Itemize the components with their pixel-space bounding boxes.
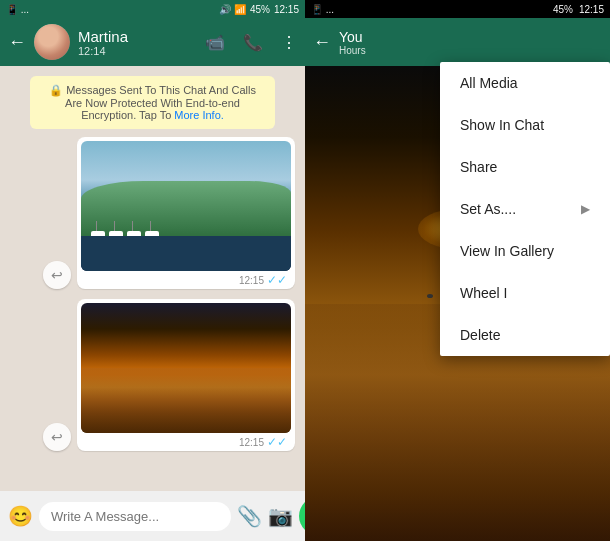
right-panel: 📱 ... 45% 12:15 ← You Hours All Media Sh…	[305, 0, 610, 541]
menu-item-delete[interactable]: Delete	[440, 314, 610, 356]
tick-icon-2: ✓✓	[267, 435, 287, 449]
right-status-left: 📱 ...	[311, 4, 334, 15]
tick-icon-1: ✓✓	[267, 273, 287, 287]
contact-name: Martina	[78, 28, 197, 45]
menu-item-view-in-gallery[interactable]: View In Gallery	[440, 230, 610, 272]
right-contact-name: You	[339, 29, 602, 45]
left-panel: 📱 ... 🔊 📶 45% 12:15 ← Martina 12:14 📹 📞 …	[0, 0, 305, 541]
menu-item-all-media[interactable]: All Media	[440, 62, 610, 104]
encryption-notice: 🔒 Messages Sent To This Chat And Calls A…	[30, 76, 275, 129]
menu-label-view-in-gallery: View In Gallery	[460, 243, 554, 259]
message-input[interactable]	[39, 502, 231, 531]
attachment-button[interactable]: 📎	[237, 504, 262, 528]
voice-call-button[interactable]: 📞	[243, 33, 263, 52]
chevron-right-icon: ▶	[581, 202, 590, 216]
emoji-button[interactable]: 😊	[8, 504, 33, 528]
message-bubble-2: 12:15 ✓✓	[77, 299, 295, 451]
right-status-bar: 📱 ... 45% 12:15	[305, 0, 610, 18]
message-time-2: 12:15 ✓✓	[81, 433, 291, 449]
context-menu: All Media Show In Chat Share Set As.... …	[440, 62, 610, 356]
left-status-bar: 📱 ... 🔊 📶 45% 12:15	[0, 0, 305, 18]
boat-4	[145, 231, 159, 239]
boat-3	[127, 231, 141, 239]
chat-header: ← Martina 12:14 📹 📞 ⋮	[0, 18, 305, 66]
message-bubble-1: 12:15 ✓✓	[77, 137, 295, 289]
avatar[interactable]	[34, 24, 70, 60]
battery-level: 45%	[250, 4, 270, 15]
menu-label-share: Share	[460, 159, 497, 175]
message-1-wrap: ↩ 12:15 ✓✓	[10, 137, 295, 289]
contact-info: Martina 12:14	[78, 28, 197, 57]
encryption-text: Messages Sent To This Chat And Calls Are…	[65, 84, 256, 121]
menu-item-show-in-chat[interactable]: Show In Chat	[440, 104, 610, 146]
header-icons: 📹 📞 ⋮	[205, 33, 297, 52]
contact-status: 12:14	[78, 45, 197, 57]
menu-label-all-media: All Media	[460, 75, 518, 91]
menu-item-wheel[interactable]: Wheel I	[440, 272, 610, 314]
menu-label-set-as: Set As....	[460, 201, 516, 217]
harbor-image	[81, 141, 291, 271]
status-bar-right: 🔊 📶 45% 12:15	[219, 4, 299, 15]
signal-icons: 🔊 📶	[219, 4, 246, 15]
menu-item-set-as[interactable]: Set As.... ▶	[440, 188, 610, 230]
right-time: 12:15	[579, 4, 604, 15]
boat-2	[109, 231, 123, 239]
harbor-boats	[91, 231, 159, 239]
right-back-button[interactable]: ←	[313, 32, 331, 53]
video-call-button[interactable]: 📹	[205, 33, 225, 52]
right-header: ← You Hours	[305, 18, 610, 66]
camera-button[interactable]: 📷	[268, 504, 293, 528]
boat-1	[91, 231, 105, 239]
message-2-wrap: ↩ 12:15 ✓✓	[10, 299, 295, 451]
time-display: 12:15	[274, 4, 299, 15]
reply-button-1[interactable]: ↩	[43, 261, 71, 289]
status-icons: 📱 ...	[6, 4, 29, 15]
message-time-1: 12:15 ✓✓	[81, 271, 291, 287]
more-info-link[interactable]: More Info.	[174, 109, 224, 121]
right-contact-info: You Hours	[339, 29, 602, 56]
small-boat	[427, 294, 433, 298]
time-text-1: 12:15	[239, 275, 264, 286]
menu-label-show-in-chat: Show In Chat	[460, 117, 544, 133]
menu-label-delete: Delete	[460, 327, 500, 343]
reply-button-2[interactable]: ↩	[43, 423, 71, 451]
right-status-right: 45% 12:15	[553, 4, 604, 15]
chat-body: 🔒 Messages Sent To This Chat And Calls A…	[0, 66, 305, 491]
more-options-button[interactable]: ⋮	[281, 33, 297, 52]
right-contact-sub: Hours	[339, 45, 602, 56]
menu-item-share[interactable]: Share	[440, 146, 610, 188]
status-bar-left: 📱 ...	[6, 4, 29, 15]
menu-label-wheel: Wheel I	[460, 285, 507, 301]
back-button[interactable]: ←	[8, 32, 26, 53]
lock-icon: 🔒	[49, 84, 63, 96]
chat-bottom-bar: 😊 📎 📷 🎤	[0, 491, 305, 541]
time-text-2: 12:15	[239, 437, 264, 448]
sunset-image	[81, 303, 291, 433]
right-battery: 45%	[553, 4, 573, 15]
